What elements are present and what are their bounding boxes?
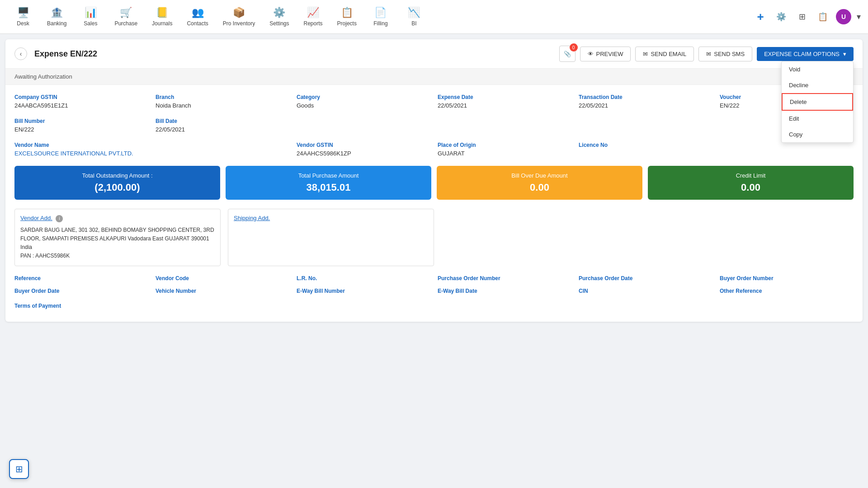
nav-label-settings: Settings bbox=[269, 20, 289, 27]
vendor-add-link[interactable]: Vendor Add. bbox=[20, 215, 52, 221]
dropdown-item-copy[interactable]: Copy bbox=[782, 127, 853, 142]
nav-label-journals: Journals bbox=[152, 20, 172, 27]
total-outstanding-label: Total Outstanding Amount : bbox=[22, 172, 213, 179]
nav-item-reports[interactable]: 📈 Reports bbox=[297, 3, 329, 30]
bill-date-label: Bill Date bbox=[156, 118, 289, 124]
main-content: ‹ Expense EN/222 📎 0 👁 PREVIEW ✉ SEND EM… bbox=[5, 39, 863, 322]
lr-no-label: L.R. No. bbox=[297, 275, 430, 282]
user-avatar[interactable]: U bbox=[836, 9, 851, 24]
branch-value: Noida Branch bbox=[156, 102, 191, 109]
other-reference-label: Other Reference bbox=[720, 288, 854, 294]
dropdown-chevron-icon: ▾ bbox=[843, 51, 846, 57]
buyer-order-date-field: Buyer Order Date bbox=[14, 288, 148, 295]
company-gstin-label: Company GSTIN bbox=[14, 94, 148, 100]
terms-of-payment-section: Terms of Payment bbox=[14, 299, 854, 313]
pro-inventory-icon: 📦 bbox=[233, 7, 245, 19]
eway-bill-date-label: E-Way Bill Date bbox=[438, 288, 571, 294]
dropdown-item-delete[interactable]: Delete bbox=[782, 93, 853, 111]
vendor-name-label: Vendor Name bbox=[14, 142, 289, 148]
dropdown-item-edit[interactable]: Edit bbox=[782, 111, 853, 127]
nav-label-pro-inventory: Pro Inventory bbox=[223, 20, 255, 27]
vendor-gstin-field: Vendor GSTIN 24AAHCS5986K1ZP bbox=[297, 142, 430, 157]
vendor-address-text: SARDAR BAUG LANE, 301 302, BEHIND BOMABY… bbox=[20, 226, 215, 261]
nav-item-banking[interactable]: 🏦 Banking bbox=[41, 3, 73, 30]
attachment-button[interactable]: 📎 0 bbox=[559, 46, 576, 62]
projects-icon: 📋 bbox=[341, 7, 353, 19]
shipping-address-box: Shipping Add. bbox=[228, 209, 434, 266]
email-icon: ✉ bbox=[643, 51, 648, 57]
branch-label: Branch bbox=[156, 94, 289, 100]
cin-label: CIN bbox=[579, 288, 712, 294]
total-outstanding-card: Total Outstanding Amount : (2,100.00) bbox=[14, 166, 220, 200]
nav-item-bi[interactable]: 📉 BI bbox=[398, 3, 430, 30]
vendor-address-box: Vendor Add. i SARDAR BAUG LANE, 301 302,… bbox=[14, 209, 221, 266]
expense-date-field: Expense Date 22/05/2021 bbox=[438, 94, 571, 109]
filling-icon: 📄 bbox=[374, 7, 387, 19]
header-actions: 📎 0 👁 PREVIEW ✉ SEND EMAIL ✉ SEND SMS EX… bbox=[559, 46, 854, 62]
vendor-gstin-label: Vendor GSTIN bbox=[297, 142, 430, 148]
reports-icon: 📈 bbox=[307, 7, 319, 19]
expense-claim-dropdown-menu: Void Decline Delete Edit Copy bbox=[781, 61, 854, 143]
shipping-add-link[interactable]: Shipping Add. bbox=[234, 215, 270, 221]
clipboard-icon[interactable]: 📋 bbox=[815, 9, 830, 24]
eway-bill-number-field: E-Way Bill Number bbox=[297, 288, 430, 295]
nav-item-settings[interactable]: ⚙️ Settings bbox=[263, 3, 295, 30]
info-grid-row1: Company GSTIN 24AABCA5951E1Z1 Branch Noi… bbox=[14, 94, 854, 109]
vendor-name-value: EXCELSOURCE INTERNATIONAL PVT.LTD. bbox=[14, 150, 133, 157]
contacts-icon: 👥 bbox=[192, 7, 204, 19]
voucher-value: EN/222 bbox=[720, 102, 739, 109]
info-grid-row2: Bill Number EN/222 Bill Date 22/05/2021 bbox=[14, 118, 854, 133]
nav-chevron-down[interactable]: ▾ bbox=[857, 12, 861, 22]
grid-icon[interactable]: ⊞ bbox=[794, 9, 810, 24]
page-title: Expense EN/222 bbox=[34, 49, 552, 59]
nav-item-sales[interactable]: 📊 Sales bbox=[75, 3, 106, 30]
expense-claim-options-button[interactable]: EXPENSE CLAIM OPTIONS ▾ bbox=[757, 47, 854, 61]
fields-grid: Reference Vendor Code L.R. No. Purchase … bbox=[14, 275, 854, 295]
bill-date-field: Bill Date 22/05/2021 bbox=[156, 118, 289, 133]
preview-button[interactable]: 👁 PREVIEW bbox=[580, 47, 631, 61]
attachment-badge: 0 bbox=[570, 43, 578, 52]
top-navigation: 🖥️ Desk 🏦 Banking 📊 Sales 🛒 Purchase 📒 J… bbox=[0, 0, 868, 34]
form-content: Company GSTIN 24AABCA5951E1Z1 Branch Noi… bbox=[5, 85, 863, 322]
bill-number-value: EN/222 bbox=[14, 126, 34, 133]
journals-icon: 📒 bbox=[156, 7, 168, 19]
nav-item-pro-inventory[interactable]: 📦 Pro Inventory bbox=[217, 3, 261, 30]
buyer-order-number-label: Buyer Order Number bbox=[720, 275, 854, 282]
total-purchase-card: Total Purchase Amount 38,015.01 bbox=[226, 166, 431, 200]
purchase-icon: 🛒 bbox=[120, 7, 132, 19]
settings-gear-icon[interactable]: ⚙️ bbox=[774, 9, 789, 24]
back-button[interactable]: ‹ bbox=[14, 47, 27, 60]
nav-label-sales: Sales bbox=[84, 20, 97, 27]
nav-item-desk[interactable]: 🖥️ Desk bbox=[7, 3, 39, 30]
attachment-icon: 📎 bbox=[564, 51, 571, 57]
transaction-date-value: 22/05/2021 bbox=[579, 102, 608, 109]
company-gstin-field: Company GSTIN 24AABCA5951E1Z1 bbox=[14, 94, 148, 109]
nav-label-reports: Reports bbox=[304, 20, 323, 27]
send-sms-button[interactable]: ✉ SEND SMS bbox=[698, 47, 752, 61]
place-of-origin-field: Place of Origin GUJARAT bbox=[438, 142, 571, 157]
dropdown-item-void[interactable]: Void bbox=[782, 61, 853, 77]
page-header: ‹ Expense EN/222 📎 0 👁 PREVIEW ✉ SEND EM… bbox=[5, 39, 863, 69]
nav-item-contacts[interactable]: 👥 Contacts bbox=[180, 3, 214, 30]
expense-date-label: Expense Date bbox=[438, 94, 571, 100]
eway-bill-date-field: E-Way Bill Date bbox=[438, 288, 571, 295]
dropdown-item-decline[interactable]: Decline bbox=[782, 77, 853, 93]
send-email-button[interactable]: ✉ SEND EMAIL bbox=[635, 47, 694, 61]
credit-limit-card: Credit Limit 0.00 bbox=[648, 166, 854, 200]
place-of-origin-value: GUJARAT bbox=[438, 150, 465, 157]
nav-item-purchase[interactable]: 🛒 Purchase bbox=[108, 3, 144, 30]
transaction-date-field: Transaction Date 22/05/2021 bbox=[579, 94, 712, 109]
nav-item-journals[interactable]: 📒 Journals bbox=[146, 3, 179, 30]
add-button[interactable]: + bbox=[753, 9, 768, 24]
nav-item-filling[interactable]: 📄 Filling bbox=[365, 3, 396, 30]
bill-overdue-label: Bill Over Due Amount bbox=[444, 172, 635, 179]
cin-field: CIN bbox=[579, 288, 712, 295]
company-gstin-value: 24AABCA5951E1Z1 bbox=[14, 102, 68, 109]
vendor-code-label: Vendor Code bbox=[156, 275, 289, 282]
nav-item-projects[interactable]: 📋 Projects bbox=[331, 3, 363, 30]
vehicle-number-field: Vehicle Number bbox=[156, 288, 289, 295]
summary-cards: Total Outstanding Amount : (2,100.00) To… bbox=[14, 166, 854, 200]
bi-icon: 📉 bbox=[408, 7, 420, 19]
category-label: Category bbox=[297, 94, 430, 100]
vendor-info-icon[interactable]: i bbox=[56, 215, 63, 222]
